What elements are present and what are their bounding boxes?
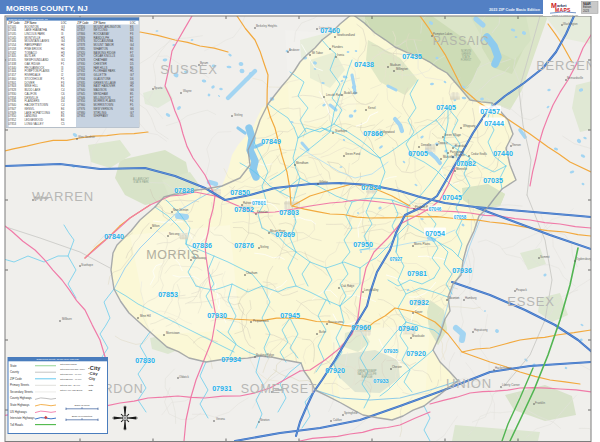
svg-text:07934: 07934 bbox=[221, 356, 241, 364]
svg-text:Dover: Dover bbox=[415, 310, 423, 314]
svg-text:07850: 07850 bbox=[230, 189, 250, 197]
svg-text:07927: 07927 bbox=[390, 257, 403, 262]
svg-text:Primary Streets: Primary Streets bbox=[10, 383, 30, 387]
svg-text:Stanhope: Stanhope bbox=[81, 263, 93, 267]
svg-text:ZIP Code: ZIP Code bbox=[8, 21, 20, 25]
svg-text:07920: 07920 bbox=[406, 350, 426, 358]
svg-text:G5: G5 bbox=[130, 114, 134, 118]
svg-text:07058: 07058 bbox=[454, 215, 467, 220]
svg-text:US Highways: US Highways bbox=[10, 410, 27, 414]
svg-text:07935: 07935 bbox=[384, 348, 399, 354]
svg-text:Milton: Milton bbox=[152, 224, 160, 228]
svg-text:Millington: Millington bbox=[396, 67, 408, 71]
svg-text:Millburn: Millburn bbox=[62, 317, 72, 321]
svg-text:07840: 07840 bbox=[104, 233, 124, 241]
svg-text:Wayne: Wayne bbox=[183, 89, 192, 93]
svg-text:07981: 07981 bbox=[407, 270, 427, 278]
svg-text:Scale of Miles: Scale of Miles bbox=[75, 404, 91, 407]
svg-text:07438: 07438 bbox=[354, 61, 374, 69]
svg-text:Denville: Denville bbox=[421, 143, 431, 147]
svg-text:·City: ·City bbox=[88, 377, 95, 381]
svg-text:WHIPPANY: WHIPPANY bbox=[94, 114, 109, 118]
svg-text:Morristown: Morristown bbox=[166, 331, 180, 335]
svg-text:UNION: UNION bbox=[446, 376, 492, 391]
svg-text:Lincoln Park: Lincoln Park bbox=[326, 93, 342, 97]
svg-text:Califon: Califon bbox=[333, 418, 342, 422]
svg-text:07853: 07853 bbox=[8, 122, 16, 126]
svg-text:2023 ZIP Code Basic Edition: 2023 ZIP Code Basic Edition bbox=[489, 8, 541, 12]
svg-text:Butler: Butler bbox=[319, 330, 326, 334]
svg-text:Oldwick: Oldwick bbox=[179, 375, 189, 379]
svg-text:07830: 07830 bbox=[135, 357, 155, 365]
svg-text:07930: 07930 bbox=[207, 312, 227, 320]
svg-text:Long Valley: Long Valley bbox=[364, 288, 379, 292]
svg-text:Mendham: Mendham bbox=[296, 161, 309, 165]
svg-text:Green Village: Green Village bbox=[444, 133, 461, 137]
svg-text:ZIP Code: ZIP Code bbox=[10, 377, 22, 381]
svg-text:07950: 07950 bbox=[353, 241, 373, 249]
svg-text:07045: 07045 bbox=[442, 194, 462, 202]
svg-text:07960: 07960 bbox=[351, 324, 371, 332]
svg-text:Chester: Chester bbox=[392, 365, 402, 369]
svg-text:07931: 07931 bbox=[212, 385, 232, 393]
svg-text:Stirling: Stirling bbox=[260, 245, 269, 249]
svg-text:07457: 07457 bbox=[480, 108, 500, 116]
svg-text:Andover: Andover bbox=[289, 48, 299, 52]
svg-text:New Vernon: New Vernon bbox=[173, 208, 189, 212]
svg-text:07933: 07933 bbox=[373, 378, 388, 384]
svg-text:PASSAIC: PASSAIC bbox=[433, 34, 490, 48]
svg-text:Netcong: Netcong bbox=[169, 232, 180, 236]
svg-text:Morris Plains: Morris Plains bbox=[414, 242, 431, 246]
svg-text:Scale of Kilometers: Scale of Kilometers bbox=[72, 415, 93, 418]
svg-text:ZIP Name: ZIP Name bbox=[94, 21, 107, 25]
svg-text:07460: 07460 bbox=[320, 27, 340, 35]
svg-text:Glen Gardner: Glen Gardner bbox=[78, 135, 95, 139]
svg-text:Ogdensburg: Ogdensburg bbox=[576, 257, 592, 261]
svg-text:STATE PARK: STATE PARK bbox=[133, 180, 149, 184]
svg-text:07405: 07405 bbox=[436, 104, 456, 112]
svg-text:Towaco: Towaco bbox=[438, 141, 448, 145]
svg-text:Green Pond: Green Pond bbox=[345, 152, 361, 156]
svg-text:07082: 07082 bbox=[456, 160, 476, 168]
svg-text:Stanhope: Stanhope bbox=[335, 129, 347, 133]
svg-text:Sparta: Sparta bbox=[154, 86, 163, 90]
svg-text:Basking Ridge: Basking Ridge bbox=[256, 353, 274, 357]
svg-text:Summit: Summit bbox=[540, 255, 550, 259]
svg-text:County: County bbox=[10, 370, 19, 374]
svg-text:07945: 07945 bbox=[280, 312, 300, 320]
svg-text:Interstate Highways: Interstate Highways bbox=[10, 416, 35, 420]
svg-text:Franklin: Franklin bbox=[535, 401, 545, 405]
svg-text:Cedar Knolls: Cedar Knolls bbox=[471, 152, 488, 156]
svg-text:LONG VALLEY: LONG VALLEY bbox=[25, 122, 44, 126]
svg-text:Stirling: Stirling bbox=[234, 113, 243, 117]
svg-text:Flanders: Flanders bbox=[332, 45, 343, 49]
svg-text:Edition: Edition bbox=[583, 5, 592, 9]
svg-text:State: State bbox=[10, 364, 17, 368]
svg-text:Succasunna: Succasunna bbox=[328, 320, 344, 324]
svg-text:Mine Hill: Mine Hill bbox=[140, 314, 151, 318]
svg-text:Mt Tabor: Mt Tabor bbox=[312, 51, 323, 55]
svg-text:Boonton: Boonton bbox=[449, 296, 460, 300]
svg-text:07849: 07849 bbox=[261, 138, 281, 146]
svg-text:ESSEX: ESSEX bbox=[507, 294, 554, 309]
svg-text:Washington: Washington bbox=[563, 22, 578, 26]
svg-text:07853: 07853 bbox=[158, 291, 178, 299]
svg-text:07836: 07836 bbox=[192, 242, 212, 250]
svg-text:Vernon: Vernon bbox=[512, 143, 521, 147]
svg-text:REFUGE: REFUGE bbox=[362, 375, 373, 379]
svg-text:07803: 07803 bbox=[279, 209, 299, 217]
svg-text:07936: 07936 bbox=[452, 267, 472, 275]
svg-text:Budd Lake: Budd Lake bbox=[344, 91, 358, 95]
svg-text:07920: 07920 bbox=[325, 367, 345, 375]
svg-text:FOREST: FOREST bbox=[461, 58, 472, 62]
svg-text:07981: 07981 bbox=[77, 114, 85, 118]
svg-text:07440: 07440 bbox=[493, 150, 513, 158]
svg-text:Riverdale: Riverdale bbox=[455, 144, 467, 148]
svg-text:07834: 07834 bbox=[361, 184, 381, 192]
svg-text:07828: 07828 bbox=[174, 187, 194, 195]
svg-text:ZIP Name: ZIP Name bbox=[25, 21, 38, 25]
svg-text:07035: 07035 bbox=[483, 177, 503, 185]
svg-text:Secondary Streets: Secondary Streets bbox=[10, 390, 34, 394]
svg-text:Toll Roads: Toll Roads bbox=[10, 423, 24, 427]
svg-text:C5: C5 bbox=[61, 122, 65, 126]
